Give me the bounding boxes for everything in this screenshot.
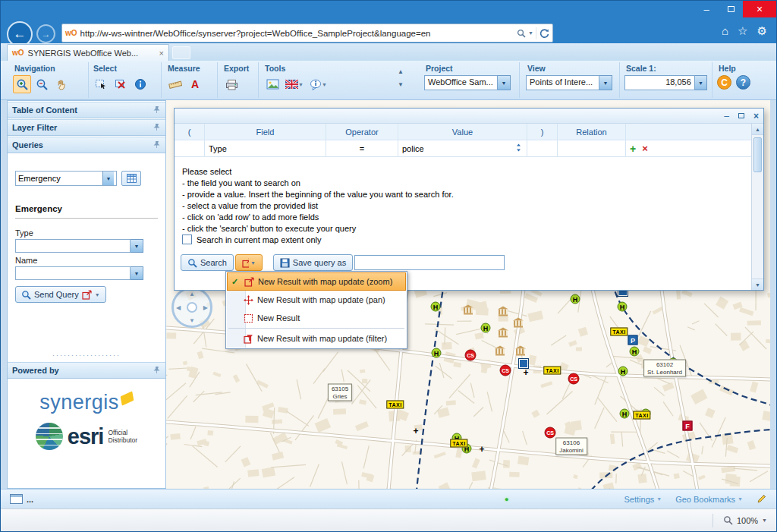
panel-header-layer-filter[interactable]: Layer Filter xyxy=(8,119,165,136)
overview-window-icon[interactable] xyxy=(10,494,23,504)
result-mode-dropdown-button[interactable]: ▼ xyxy=(235,254,263,271)
chevron-down-icon[interactable]: ▼ xyxy=(398,81,404,88)
value-cell[interactable]: police xyxy=(398,140,527,156)
map-marker-museum[interactable] xyxy=(497,328,509,338)
map-marker-taxi[interactable]: TAXI xyxy=(386,401,404,409)
map-marker-hydrant[interactable]: H xyxy=(481,323,491,333)
panel-resize-handle[interactable]: ·················· xyxy=(8,351,165,359)
address-url[interactable]: http://w-ws-wintner/WebOffice/synserver?… xyxy=(80,29,514,38)
pin-icon[interactable] xyxy=(153,123,161,133)
map-marker-taxi[interactable]: TAXI xyxy=(450,439,467,448)
settings-gear-icon[interactable]: ⚙ xyxy=(757,24,767,38)
query-table-button[interactable] xyxy=(121,171,141,186)
clear-selection-button[interactable] xyxy=(112,75,130,93)
view-select[interactable]: Points of Intere... ▼ xyxy=(526,75,615,90)
dialog-restore-icon[interactable] xyxy=(738,113,744,118)
pan-right-icon[interactable]: ▶ xyxy=(203,304,208,311)
map-marker-hydrant[interactable]: H xyxy=(620,409,630,419)
map-marker-taxi[interactable]: TAXI xyxy=(543,367,561,375)
browser-tab[interactable]: wO SYNERGIS WebOffice Web... × xyxy=(7,44,169,61)
map-marker-hydrant[interactable]: H xyxy=(630,347,640,357)
menu-item-map-update-pan[interactable]: New Result with map update (pan) xyxy=(227,291,406,309)
map-marker-cs[interactable]: CS xyxy=(568,373,580,385)
chevron-down-icon[interactable]: ▼ xyxy=(102,172,114,185)
dialog-scrollbar[interactable]: ▲ ▼ xyxy=(751,124,763,290)
window-maximize-button[interactable] xyxy=(719,1,743,17)
map-marker-label[interactable]: 63105Gries xyxy=(328,384,352,401)
label-tool-button[interactable]: A xyxy=(186,75,204,93)
window-minimize-button[interactable]: – xyxy=(694,1,719,17)
identify-tool-button[interactable] xyxy=(131,75,149,93)
map-marker-fire[interactable]: F xyxy=(683,421,693,431)
pin-icon[interactable] xyxy=(153,366,161,376)
pin-icon[interactable] xyxy=(153,105,161,115)
search-button[interactable]: Search xyxy=(181,254,234,271)
send-query-button[interactable]: Send Query ▼ xyxy=(15,286,106,303)
help-button[interactable]: ? xyxy=(736,75,750,90)
map-marker-cross[interactable]: + xyxy=(523,367,528,378)
scale-select[interactable]: 18,056 ▼ xyxy=(624,75,707,90)
map-marker-museum[interactable] xyxy=(462,305,474,315)
map-marker-parking[interactable]: P xyxy=(628,335,638,345)
pan-down-icon[interactable]: ▼ xyxy=(189,317,195,324)
measure-tool-button[interactable] xyxy=(166,75,184,93)
screenshot-tool-button[interactable] xyxy=(263,75,282,93)
save-query-name-input[interactable] xyxy=(354,255,505,270)
browser-forward-button[interactable]: → xyxy=(36,24,55,43)
pin-icon[interactable] xyxy=(153,140,161,150)
settings-menu[interactable]: Settings ▼ xyxy=(624,495,662,504)
relation-cell[interactable] xyxy=(558,140,626,156)
scroll-down-icon[interactable]: ▼ xyxy=(752,279,763,290)
map-marker-cross[interactable]: + xyxy=(479,444,484,455)
tab-close-icon[interactable]: × xyxy=(159,49,164,58)
statusbar-more-label[interactable]: ... xyxy=(27,495,33,504)
map-marker-cs[interactable]: CS xyxy=(545,427,556,439)
type-field-input[interactable] xyxy=(15,239,131,253)
query-select[interactable]: Emergency ▼ xyxy=(15,171,117,186)
name-field-input[interactable] xyxy=(15,266,131,280)
dialog-minimize-icon[interactable]: – xyxy=(724,111,729,121)
map-marker-hydrant[interactable]: H xyxy=(432,348,442,358)
map-marker-taxi[interactable]: TAXI xyxy=(610,328,628,336)
chevron-down-icon[interactable]: ▼ xyxy=(131,266,143,280)
browser-zoom-level[interactable]: 100% xyxy=(737,516,758,525)
panel-header-powered-by[interactable]: Powered by xyxy=(8,362,165,379)
map-marker-museum[interactable] xyxy=(512,318,524,328)
open-paren-cell[interactable] xyxy=(175,140,205,156)
chevron-down-icon[interactable]: ▼ xyxy=(695,75,707,90)
map-marker-cross[interactable]: + xyxy=(413,426,418,436)
panel-header-queries[interactable]: Queries xyxy=(8,137,165,153)
zoom-out-tool-button[interactable] xyxy=(33,75,51,93)
new-tab-button[interactable] xyxy=(172,46,190,59)
dialog-close-icon[interactable]: × xyxy=(753,111,759,121)
map-marker-hydrant[interactable]: H xyxy=(431,302,441,312)
map-marker-cs[interactable]: CS xyxy=(465,350,477,361)
map-marker-museum[interactable] xyxy=(494,346,506,356)
add-row-icon[interactable]: + xyxy=(630,143,636,155)
sort-icon[interactable] xyxy=(514,143,523,154)
window-close-button[interactable]: × xyxy=(743,1,776,17)
menu-item-map-update-zoom[interactable]: ✓ New Result with map update (zoom) xyxy=(227,272,406,291)
map-pan-control[interactable]: ▲ ▼ ◀ ▶ xyxy=(171,287,212,328)
pan-left-icon[interactable]: ◀ xyxy=(176,304,181,311)
operator-cell[interactable]: = xyxy=(326,140,398,156)
favorites-star-icon[interactable]: ☆ xyxy=(738,24,747,38)
map-marker-hydrant[interactable]: H xyxy=(618,367,628,376)
map-marker-cs[interactable]: CS xyxy=(500,365,511,376)
info-balloon-button[interactable]: ▼ xyxy=(307,75,329,93)
extent-checkbox[interactable] xyxy=(182,235,192,244)
pan-tool-button[interactable] xyxy=(52,75,71,93)
delete-row-icon[interactable]: × xyxy=(642,143,648,154)
refresh-icon[interactable] xyxy=(539,28,549,39)
pan-up-icon[interactable]: ▲ xyxy=(189,291,195,297)
address-bar[interactable]: wO http://w-ws-wintner/WebOffice/synserv… xyxy=(61,24,553,42)
chevron-down-icon[interactable]: ▼ xyxy=(599,75,612,90)
scroll-up-icon[interactable]: ▲ xyxy=(752,124,763,135)
save-query-button[interactable]: Save query as xyxy=(273,254,353,271)
menu-item-map-update-filter[interactable]: New Result with map update (filter) xyxy=(227,329,406,348)
panel-header-table-of-content[interactable]: Table of Content xyxy=(8,102,165,118)
geo-bookmarks-menu[interactable]: Geo Bookmarks ▼ xyxy=(675,495,743,504)
chevron-up-icon[interactable]: ▲ xyxy=(398,68,404,75)
edit-pencil-icon[interactable] xyxy=(757,493,767,505)
dialog-titlebar[interactable]: – × xyxy=(175,109,763,124)
